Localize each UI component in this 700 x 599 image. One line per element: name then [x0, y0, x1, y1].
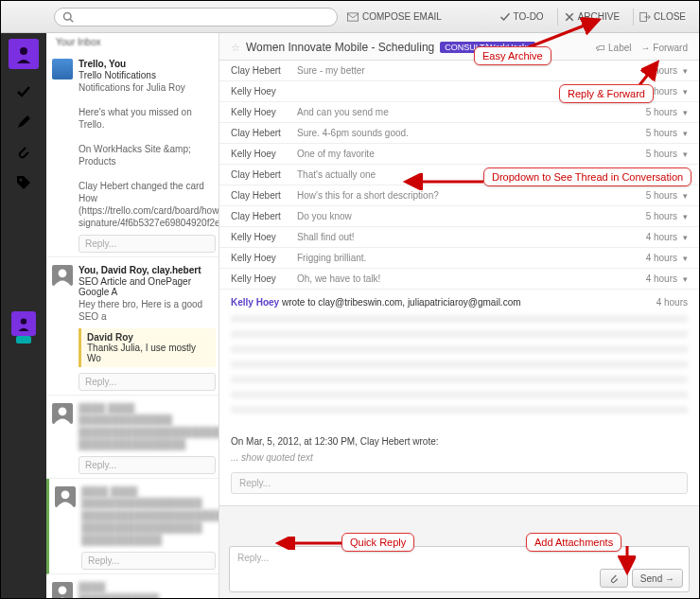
chevron-down-icon[interactable]: ▾ — [683, 212, 688, 221]
thread-snippet: Sure. 4-6pm sounds good. — [297, 128, 625, 138]
annotation-dropdown: Dropdown to See Thread in Conversation — [483, 167, 691, 186]
quote-date: On Mar, 5, 2012, at 12:30 PM, Clay Heber… — [231, 436, 688, 447]
attachment-sidebar-icon[interactable] — [16, 145, 31, 160]
inline-reply[interactable]: Reply... — [79, 456, 216, 474]
conversation-detail: ☆ Women Innovate Mobile - Scheduling CON… — [219, 33, 699, 598]
profile-avatar[interactable] — [9, 39, 39, 69]
thread-snippet: Shall find out! — [297, 232, 625, 242]
search-icon — [62, 11, 74, 23]
msg-subject: Trello Notifications — [79, 70, 216, 80]
tag-sidebar-icon[interactable] — [16, 175, 31, 190]
list-item[interactable]: ████ ██████████████████ ████████████████… — [46, 396, 225, 479]
compose-label: COMPOSE EMAIL — [362, 11, 442, 22]
avatar — [52, 265, 73, 286]
thread-row[interactable]: Clay HebertDo you know5 hours▾ — [219, 206, 699, 227]
thread-sender: Kelly Hoey — [231, 149, 297, 159]
inline-reply[interactable]: Reply... — [81, 552, 216, 570]
thread-row[interactable]: Kelly HoeyOh, we have to talk!4 hours▾ — [219, 269, 699, 290]
msg-body: Hey there bro, Here is a good SEO a — [79, 298, 216, 323]
thread-time: 5 hours — [625, 107, 677, 117]
expanded-recipients: wrote to clay@tribeswin.com, juliapatric… — [282, 297, 521, 308]
send-button[interactable]: Send → — [632, 569, 683, 588]
thread-sender: Kelly Hoey — [231, 232, 297, 242]
chevron-down-icon[interactable]: ▾ — [683, 191, 688, 201]
thread-row[interactable]: Kelly HoeyFrigging brilliant.4 hours▾ — [219, 248, 699, 269]
list-item[interactable]: ████ ██████████████████████ ████████████… — [46, 479, 225, 574]
chevron-down-icon[interactable]: ▾ — [683, 233, 688, 242]
msg-body: Notifications for Julia Roy Here's what … — [79, 81, 216, 229]
thread-row[interactable]: Kelly HoeyAnd can you send me5 hours▾ — [219, 102, 699, 123]
svg-point-6 — [21, 318, 26, 324]
nested-from: David Roy — [87, 332, 210, 343]
thread-time: 4 hours — [625, 232, 677, 242]
annotation-easy-archive: Easy Archive — [474, 46, 551, 65]
chevron-down-icon[interactable]: ▾ — [683, 66, 688, 76]
chevron-down-icon[interactable]: ▾ — [683, 87, 688, 97]
search-input[interactable] — [74, 11, 329, 23]
inline-reply[interactable]: Reply... — [231, 472, 688, 494]
close-label: CLOSE — [654, 11, 686, 22]
chevron-down-icon[interactable]: ▾ — [683, 108, 688, 117]
envelope-icon — [347, 11, 359, 23]
close-button[interactable]: CLOSE — [633, 9, 691, 26]
nested-body: Thanks Julia, I use mostly Wo — [87, 343, 210, 363]
secondary-avatar[interactable] — [11, 311, 36, 336]
thread-row[interactable]: Kelly HoeyOne of my favorite5 hours▾ — [219, 144, 699, 165]
person-silhouette-icon — [16, 316, 31, 331]
thread-time: 5 hours — [625, 211, 677, 221]
thread-sender: Kelly Hoey — [231, 273, 297, 284]
message-body-blurred — [231, 315, 688, 419]
expanded-message: Kelly Hoey wrote to clay@tribeswin.com, … — [219, 290, 699, 506]
thread-sender: Kelly Hoey — [231, 107, 297, 117]
reply-placeholder: Reply... — [237, 553, 681, 563]
annotation-add-attachments: Add Attachments — [526, 533, 621, 552]
thread-sender: Kelly Hoey — [231, 253, 297, 263]
msg-from: Trello, You — [79, 59, 216, 69]
thread-snippet: Do you know — [297, 211, 625, 221]
chevron-down-icon[interactable]: ▾ — [683, 274, 688, 284]
chevron-down-icon[interactable]: ▾ — [683, 129, 688, 138]
check-icon — [499, 11, 511, 23]
search-box[interactable] — [54, 8, 338, 26]
thread-snippet: Sure - my better — [297, 65, 625, 76]
list-item[interactable]: You, David Roy, clay.hebert SEO Article … — [46, 257, 225, 396]
thread-time: 4 hours — [625, 253, 677, 263]
show-quoted-toggle[interactable]: ... show quoted text — [231, 452, 688, 463]
inbox-header: Your Inbox — [46, 33, 225, 51]
avatar — [55, 486, 76, 507]
person-silhouette-icon — [14, 44, 33, 63]
thread-sender: Clay Hebert — [231, 211, 297, 221]
check-sidebar-icon[interactable] — [16, 84, 31, 99]
svg-point-0 — [64, 12, 72, 20]
compose-email-button[interactable]: COMPOSE EMAIL — [347, 11, 442, 23]
thread-time: 5 hours — [625, 149, 677, 159]
msg-subject: SEO Article and OnePager Google A — [79, 276, 216, 297]
annotation-reply-forward: Reply & Forward — [559, 84, 654, 103]
chevron-down-icon[interactable]: ▾ — [683, 150, 688, 159]
thread-row[interactable]: Kelly HoeyShall find out!4 hours▾ — [219, 227, 699, 248]
chevron-down-icon[interactable]: ▾ — [683, 254, 688, 263]
star-icon[interactable]: ☆ — [231, 42, 240, 54]
detail-header: ☆ Women Innovate Mobile - Scheduling CON… — [219, 33, 699, 61]
forward-button[interactable]: → Forward — [641, 43, 688, 53]
list-item[interactable]: ████████████████ ██████████████ Reply... — [46, 574, 225, 598]
thread-row[interactable]: Clay HebertSure - my better5 hours▾ — [219, 61, 699, 81]
inline-reply[interactable]: Reply... — [79, 235, 216, 253]
thread-snippet: How's this for a short description? — [297, 190, 625, 201]
inbox-list: Your Inbox Trello, You Trello Notificati… — [46, 33, 226, 598]
thread-sender: Clay Hebert — [231, 169, 297, 180]
avatar — [52, 403, 73, 424]
thread-sender: Clay Hebert — [231, 65, 297, 76]
thread-time: 5 hours — [625, 190, 677, 201]
expanded-sender: Kelly Hoey — [231, 297, 279, 308]
thread-time: 4 hours — [625, 273, 677, 284]
left-sidebar — [1, 33, 46, 598]
thread-row[interactable]: Clay HebertSure. 4-6pm sounds good.5 hou… — [219, 123, 699, 144]
svg-line-7 — [526, 20, 599, 48]
pencil-sidebar-icon[interactable] — [16, 115, 31, 130]
thread-snippet: Frigging brilliant. — [297, 253, 625, 263]
list-item[interactable]: Trello, You Trello Notifications Notific… — [46, 51, 225, 257]
inline-reply[interactable]: Reply... — [79, 373, 216, 391]
thread-time: 5 hours — [625, 128, 677, 138]
thread-sender: Kelly Hoey — [231, 86, 297, 97]
